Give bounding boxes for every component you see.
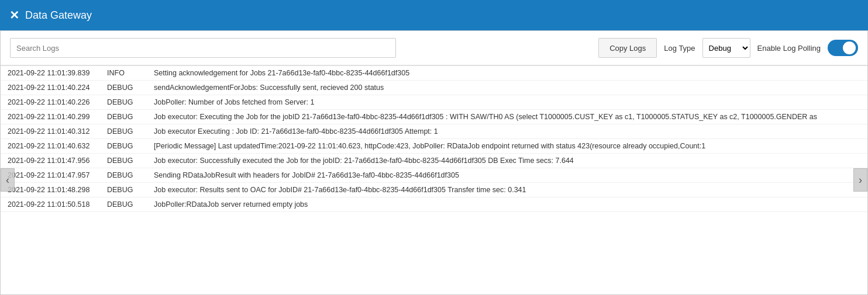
log-timestamp: 2021-09-22 11:01:40.299 bbox=[1, 110, 100, 124]
main-panel: Copy Logs Log Type Debug Info Warning Er… bbox=[0, 30, 868, 295]
log-level: DEBUG bbox=[100, 154, 147, 168]
table-row: 2021-09-22 11:01:40.226DEBUGJobPoller: N… bbox=[1, 95, 867, 110]
log-message: Job executor: Results sent to OAC for Jo… bbox=[147, 183, 867, 197]
copy-logs-button[interactable]: Copy Logs bbox=[598, 38, 657, 58]
table-row: 2021-09-22 11:01:40.632DEBUG[Periodic Me… bbox=[1, 139, 867, 154]
log-level: INFO bbox=[100, 66, 147, 81]
log-level: DEBUG bbox=[100, 95, 147, 110]
log-message: JobPoller: Number of Jobs fetched from S… bbox=[147, 95, 867, 110]
log-level: DEBUG bbox=[100, 124, 147, 139]
log-level: DEBUG bbox=[100, 168, 147, 183]
table-row: 2021-09-22 11:01:40.299DEBUGJob executor… bbox=[1, 110, 867, 124]
enable-polling-label: Enable Log Polling bbox=[757, 44, 821, 53]
nav-arrow-right[interactable]: › bbox=[853, 168, 867, 192]
log-timestamp: 2021-09-22 11:01:40.226 bbox=[1, 95, 100, 110]
log-message: Job executor: Executing the Job for the … bbox=[147, 110, 867, 124]
table-row: 2021-09-22 11:01:48.298DEBUGJob executor… bbox=[1, 183, 867, 197]
toggle-track bbox=[828, 40, 858, 56]
nav-arrow-left[interactable]: ‹ bbox=[1, 168, 15, 192]
log-table: 2021-09-22 11:01:39.839INFOSetting ackno… bbox=[1, 66, 867, 212]
log-timestamp: 2021-09-22 11:01:40.312 bbox=[1, 124, 100, 139]
log-timestamp: 2021-09-22 11:01:47.956 bbox=[1, 154, 100, 168]
log-outer-wrapper: ‹ 2021-09-22 11:01:39.839INFOSetting ack… bbox=[1, 65, 867, 294]
log-type-select[interactable]: Debug Info Warning Error bbox=[702, 38, 750, 58]
table-row: 2021-09-22 11:01:47.957DEBUGSending RDat… bbox=[1, 168, 867, 183]
app-header: ✕ Data Gateway bbox=[0, 0, 868, 30]
table-row: 2021-09-22 11:01:40.312DEBUGJob executor… bbox=[1, 124, 867, 139]
table-row: 2021-09-22 11:01:50.518DEBUGJobPoller:RD… bbox=[1, 197, 867, 212]
log-message: Setting acknowledgement for Jobs 21-7a66… bbox=[147, 66, 867, 81]
log-message: JobPoller:RDataJob server returned empty… bbox=[147, 197, 867, 212]
table-row: 2021-09-22 11:01:47.956DEBUGJob executor… bbox=[1, 154, 867, 168]
log-level: DEBUG bbox=[100, 110, 147, 124]
log-timestamp: 2021-09-22 11:01:40.632 bbox=[1, 139, 100, 154]
log-message: Job executor Executing : Job ID: 21-7a66… bbox=[147, 124, 867, 139]
log-timestamp: 2021-09-22 11:01:48.298 bbox=[1, 183, 100, 197]
log-message: Sending RDataJobResult with headers for … bbox=[147, 168, 867, 183]
log-timestamp: 2021-09-22 11:01:39.839 bbox=[1, 66, 100, 81]
toolbar: Copy Logs Log Type Debug Info Warning Er… bbox=[1, 31, 867, 65]
log-timestamp: 2021-09-22 11:01:50.518 bbox=[1, 197, 100, 212]
toggle-thumb bbox=[843, 41, 856, 54]
enable-polling-toggle[interactable] bbox=[828, 40, 858, 56]
log-level: DEBUG bbox=[100, 139, 147, 154]
app-icon: ✕ bbox=[9, 8, 19, 22]
log-level: DEBUG bbox=[100, 183, 147, 197]
log-message: Job executor: Successfully executed the … bbox=[147, 154, 867, 168]
log-timestamp: 2021-09-22 11:01:40.224 bbox=[1, 81, 100, 95]
log-message: sendAcknowledgementForJobs: Successfully… bbox=[147, 81, 867, 95]
table-row: 2021-09-22 11:01:39.839INFOSetting ackno… bbox=[1, 66, 867, 81]
log-timestamp: 2021-09-22 11:01:47.957 bbox=[1, 168, 100, 183]
log-area[interactable]: 2021-09-22 11:01:39.839INFOSetting ackno… bbox=[1, 65, 867, 294]
log-level: DEBUG bbox=[100, 197, 147, 212]
table-row: 2021-09-22 11:01:40.224DEBUGsendAcknowle… bbox=[1, 81, 867, 95]
log-level: DEBUG bbox=[100, 81, 147, 95]
log-type-label: Log Type bbox=[664, 44, 695, 53]
app-title: Data Gateway bbox=[25, 9, 92, 22]
log-message: [Periodic Message] Last updatedTime:2021… bbox=[147, 139, 867, 154]
search-input[interactable] bbox=[10, 38, 396, 58]
